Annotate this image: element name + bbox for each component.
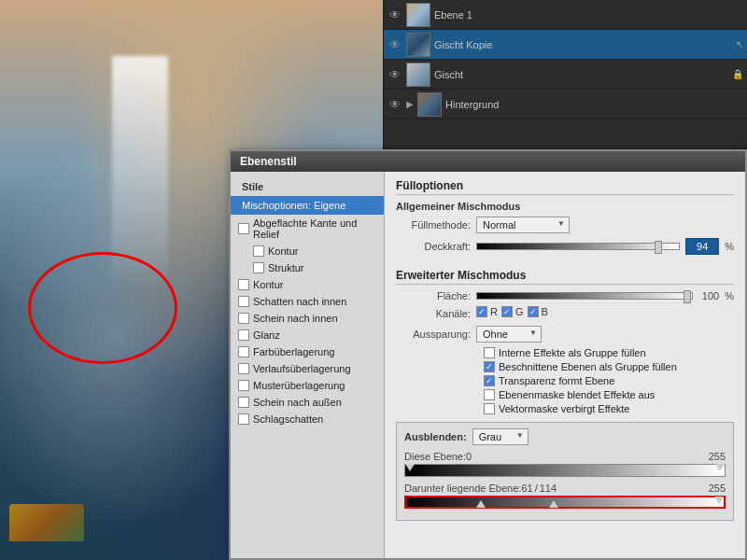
layer-row-gischt[interactable]: 👁 Gischt 🔒 <box>384 60 747 90</box>
checkbox-beschnittene[interactable]: ✓ <box>484 361 495 372</box>
checkbox-farbuberlagerung[interactable] <box>238 346 249 357</box>
channel-b-checkbox[interactable]: ✓ <box>528 306 539 317</box>
style-item-glanz[interactable]: Glanz <box>231 327 384 343</box>
lock-icon: 🔒 <box>732 69 743 79</box>
diese-ebene-row: Diese Ebene: 0 255 <box>404 451 726 477</box>
checkbox-abgeflachte[interactable] <box>238 223 249 234</box>
darunter-row: Darunter liegende Ebene: 61 / 114 255 <box>404 483 726 509</box>
style-label-muster: Musterüberlagerung <box>253 380 345 391</box>
checkbox-kontur-sub[interactable] <box>253 245 264 257</box>
ausblenden-title-row: Ausblenden: Grau <box>404 428 726 445</box>
checkbox-interne[interactable] <box>484 347 495 358</box>
checkbox-row-beschnittene: ✓ Beschnittene Ebenen als Gruppe füllen <box>480 361 734 372</box>
checkbox-kontur[interactable] <box>238 279 249 290</box>
diese-ebene-max: 255 <box>709 451 726 462</box>
flaeche-label: Fläche: <box>396 290 471 301</box>
layer-row-hintergrund[interactable]: 👁 ▶ Hintergrund <box>384 90 747 119</box>
opacity-input[interactable]: 94 <box>685 238 719 255</box>
kanaele-row: Kanäle: ✓ R ✓ G ✓ B <box>396 306 734 321</box>
ebenenstil-dialog: Ebenenstil Stile Mischoptionen: Eigene A… <box>229 149 747 560</box>
style-item-schein-innen[interactable]: Schein nach innen <box>231 310 384 327</box>
checkbox-schatten-innen[interactable] <box>238 296 249 307</box>
darunter-separator: / <box>533 483 540 494</box>
style-item-abgeflachte[interactable]: Abgeflachte Kante und Relief <box>231 215 384 243</box>
layer-eye-ebene1[interactable]: 👁 <box>388 8 402 21</box>
dialog-title: Ebenenstil <box>231 151 745 172</box>
darunter-thumb-right[interactable] <box>549 500 558 508</box>
allgemeiner-title: Allgemeiner Mischmodus <box>396 201 734 212</box>
layer-eye-gischt[interactable]: 👁 <box>388 68 402 81</box>
style-item-mischoptionen[interactable]: Mischoptionen: Eigene <box>231 196 384 215</box>
layer-thumb-ebene1 <box>406 3 430 27</box>
layer-eye-hintergrund[interactable]: 👁 <box>388 98 402 111</box>
style-item-schein-aussen[interactable]: Schein nach außen <box>231 394 384 411</box>
layer-name-ebene1: Ebene 1 <box>434 9 743 21</box>
layer-eye-gischt-kopie[interactable]: 👁 <box>388 38 402 51</box>
style-item-muster[interactable]: Musterüberlagerung <box>231 377 384 394</box>
layer-thumb-hintergrund <box>417 92 442 117</box>
channel-b-label: B <box>542 306 548 317</box>
flaeche-handle[interactable] <box>684 290 691 303</box>
label-ebenenmaske: Ebenenmaske blendet Effekte aus <box>499 389 655 400</box>
checkbox-verlaufs[interactable] <box>238 363 249 374</box>
checkbox-muster[interactable] <box>238 380 249 391</box>
checkbox-schein-innen[interactable] <box>238 313 249 324</box>
style-item-struktur-sub[interactable]: Struktur <box>231 259 384 276</box>
aussparung-row: Aussparung: Ohne <box>396 326 734 343</box>
style-item-kontur-sub[interactable]: Kontur <box>231 243 384 259</box>
flaeche-slider[interactable] <box>476 292 693 300</box>
checkbox-ebenenmaske[interactable] <box>484 389 495 400</box>
fill-options-title: Fülloptionen <box>396 179 734 195</box>
aussparung-dropdown[interactable]: Ohne <box>476 326 542 343</box>
darunter-thumb-top-right[interactable] <box>714 497 724 504</box>
layer-row-ebene1[interactable]: 👁 Ebene 1 <box>384 0 747 30</box>
fill-method-dropdown[interactable]: Normal <box>476 217 570 233</box>
darunter-slider[interactable] <box>404 496 726 509</box>
style-label-kontur-sub: Kontur <box>268 245 298 257</box>
style-item-kontur[interactable]: Kontur <box>231 276 384 293</box>
layer-row-gischt-kopie[interactable]: 👁 Gischt Kopie ↖ <box>384 30 747 60</box>
ausblenden-color-dropdown[interactable]: Grau <box>472 428 529 445</box>
channel-r-checkbox[interactable]: ✓ <box>476 306 487 317</box>
diese-ebene-thumb-right[interactable] <box>715 464 725 471</box>
checkbox-schlagschatten[interactable] <box>238 413 249 425</box>
flaeche-value: 100 <box>702 290 719 301</box>
checkbox-vektormaske[interactable] <box>484 403 495 414</box>
darunter-thumb-left[interactable] <box>476 500 486 508</box>
style-label-struktur-sub: Struktur <box>268 262 304 273</box>
ausblenden-section: Ausblenden: Grau Diese Ebene: 0 255 <box>396 422 734 521</box>
checkbox-glanz[interactable] <box>238 329 249 341</box>
darunter-value2: 114 <box>540 483 557 494</box>
label-vektormaske: Vektormaske verbirgt Effekte <box>499 403 629 414</box>
darunter-max: 255 <box>709 483 726 494</box>
label-transparenz: Transparenz formt Ebene <box>499 375 614 386</box>
style-item-farbuberlagerung[interactable]: Farbüberlagerung <box>231 343 384 360</box>
flaeche-row: Fläche: 100 % <box>396 290 734 301</box>
darunter-labels: Darunter liegende Ebene: 61 / 114 255 <box>404 483 726 494</box>
opacity-slider-handle[interactable] <box>655 241 662 254</box>
cursor-indicator: ↖ <box>736 39 743 49</box>
checkbox-row-vektormaske: Vektormaske verbirgt Effekte <box>480 403 734 414</box>
checkbox-schein-aussen[interactable] <box>238 397 249 408</box>
style-label-schatten-innen: Schatten nach innen <box>253 296 346 307</box>
channel-g-checkbox[interactable]: ✓ <box>501 306 513 317</box>
kanaele-label: Kanäle: <box>396 308 471 319</box>
diese-ebene-thumb-left[interactable] <box>405 464 415 471</box>
layers-panel: 👁 Ebene 1 👁 Gischt Kopie ↖ 👁 Gischt 🔒 👁 … <box>383 0 747 149</box>
opacity-slider[interactable] <box>476 243 680 250</box>
style-item-verlaufs[interactable]: Verlaufsüberlagerung <box>231 360 384 377</box>
opacity-label: Deckkraft: <box>396 241 471 252</box>
folder-arrow-icon[interactable]: ▶ <box>406 99 414 109</box>
checkbox-transparenz[interactable]: ✓ <box>484 375 495 386</box>
label-beschnittene: Beschnittene Ebenen als Gruppe füllen <box>499 361 677 372</box>
diese-ebene-slider[interactable] <box>404 464 726 477</box>
style-label-schlagschatten: Schlagschatten <box>253 413 323 425</box>
style-item-schatten-innen[interactable]: Schatten nach innen <box>231 293 384 310</box>
checkbox-struktur-sub[interactable] <box>253 262 264 273</box>
styles-header: Stile <box>231 175 384 196</box>
fill-method-row: Füllmethode: Normal <box>396 217 734 233</box>
opacity-percent: % <box>725 241 734 252</box>
diese-ebene-labels: Diese Ebene: 0 255 <box>404 451 726 462</box>
channels-group: ✓ R ✓ G ✓ B <box>476 306 548 317</box>
style-item-schlagschatten[interactable]: Schlagschatten <box>231 411 384 427</box>
